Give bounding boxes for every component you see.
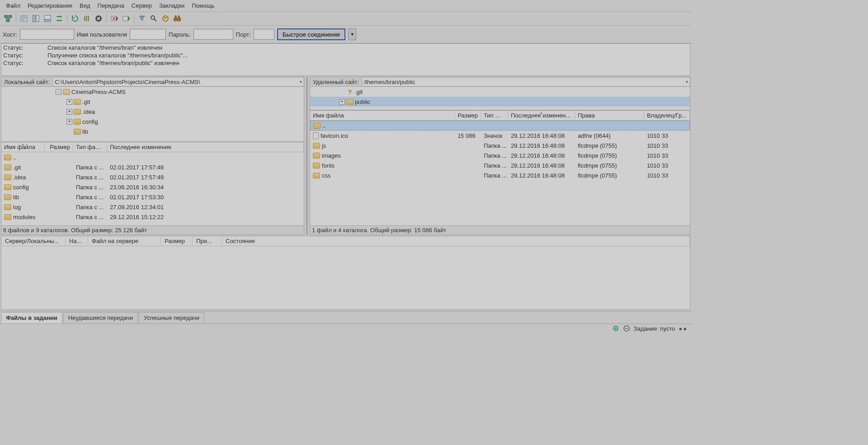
column-header[interactable]: Файл на сервере: [88, 236, 161, 246]
search-icon[interactable]: [148, 13, 159, 24]
disconnect-icon[interactable]: [109, 13, 120, 24]
cell: [481, 125, 509, 126]
file-row[interactable]: modulesПапка с ...29.12.2016 15:12:22: [1, 212, 304, 222]
tree-node[interactable]: +config: [1, 117, 304, 126]
tree-node-label: public: [355, 98, 370, 105]
toggle-queue-icon[interactable]: [42, 13, 53, 24]
sitemanager-icon[interactable]: [3, 13, 14, 24]
remote-tree[interactable]: ?.git+public: [310, 87, 690, 110]
message-log[interactable]: Статус:Список каталогов "/themes/bran" и…: [1, 43, 690, 76]
vertical-splitter[interactable]: [306, 77, 308, 235]
local-tree[interactable]: -CinemaPress-ACMS+.git+.idea+configlib: [1, 87, 304, 142]
host-input[interactable]: [20, 29, 74, 40]
file-row[interactable]: jsПапка ...29.12.2016 16:48:08flcdmpe (0…: [310, 141, 690, 150]
column-header[interactable]: Имя файла: [310, 111, 455, 120]
column-header[interactable]: Размер: [455, 111, 481, 120]
cell: [45, 197, 73, 197]
expand-icon[interactable]: +: [66, 109, 72, 115]
file-row[interactable]: ..: [1, 152, 304, 162]
cell: 1010 33: [644, 152, 690, 159]
remote-path-combo[interactable]: /themes/bran/public ▾: [362, 77, 690, 87]
toggle-tree-icon[interactable]: [30, 13, 41, 24]
log-message: Список каталогов "/themes/bran/public" и…: [46, 59, 690, 67]
file-row[interactable]: ..: [310, 121, 690, 131]
password-input[interactable]: [193, 29, 233, 40]
tree-node[interactable]: lib: [1, 126, 304, 136]
menu-помощь[interactable]: Помощь: [189, 1, 217, 10]
tree-node[interactable]: -CinemaPress-ACMS: [1, 87, 304, 97]
file-row[interactable]: logПапка с ...27.09.2016 12:34:01: [1, 202, 304, 212]
file-row[interactable]: configПапка с ...23.06.2016 16:30:34: [1, 182, 304, 192]
menu-файл[interactable]: Файл: [3, 1, 24, 10]
column-header[interactable]: При...: [193, 236, 222, 246]
column-header[interactable]: Тип файла: [73, 142, 107, 152]
binoculars-icon[interactable]: [172, 13, 183, 24]
column-header[interactable]: Размер: [161, 236, 193, 246]
column-header[interactable]: Имя файла▴: [1, 142, 45, 152]
queue-empty-icon[interactable]: [623, 325, 630, 332]
expand-icon[interactable]: +: [66, 99, 72, 105]
column-header[interactable]: Сервер/Локальны...: [1, 236, 66, 246]
file-row[interactable]: imagesПапка ...29.12.2016 16:48:08flcdmp…: [310, 150, 690, 160]
reconnect-icon[interactable]: [121, 13, 132, 24]
menu-вид[interactable]: Вид: [76, 1, 94, 10]
svg-rect-14: [175, 16, 176, 18]
collapse-icon[interactable]: -: [56, 89, 61, 95]
queue-tab[interactable]: Успешные передачи: [139, 312, 204, 323]
expand-icon[interactable]: +: [66, 119, 72, 125]
queue-tab[interactable]: Неудавшиеся передачи: [63, 312, 138, 323]
column-header[interactable]: Владелец/Гр...: [644, 111, 690, 120]
folder-icon: [313, 123, 321, 129]
process-queue-icon[interactable]: [81, 13, 92, 24]
cancel-icon[interactable]: [93, 13, 104, 24]
local-filelist[interactable]: Имя файла▴РазмерТип файлаПоследнее измен…: [1, 142, 304, 226]
tree-node[interactable]: ?.git: [310, 87, 690, 97]
transfer-queue[interactable]: Сервер/Локальны...Нап...Файл на сервереР…: [1, 236, 690, 310]
column-header[interactable]: Размер: [45, 142, 73, 152]
column-header[interactable]: Последнее изменение: [107, 142, 304, 152]
column-header[interactable]: Тип фа...: [481, 111, 508, 120]
sync-browse-icon[interactable]: [54, 13, 65, 24]
username-input[interactable]: [130, 29, 166, 40]
column-header[interactable]: Состояние: [222, 236, 690, 246]
file-row[interactable]: fontsПапка ...29.12.2016 16:48:08flcdmpe…: [310, 160, 690, 170]
menu-передача[interactable]: Передача: [94, 1, 127, 10]
file-row[interactable]: cssПапка ...29.12.2016 16:48:08flcdmpe (…: [310, 170, 690, 180]
port-input[interactable]: [254, 29, 274, 40]
folder-icon: [4, 184, 11, 190]
menu-сервер[interactable]: Сервер: [128, 1, 155, 10]
queue-tab[interactable]: Файлы в задании: [1, 312, 62, 323]
local-path-combo[interactable]: C:\Users\Anton\PhpstormProjects\CinemaPr…: [53, 77, 304, 87]
cell: Папка ...: [481, 172, 508, 179]
remote-path-label: Удаленный сайт:: [310, 77, 362, 87]
toolbar-separator: [67, 14, 67, 23]
menu-редактирование[interactable]: Редактирование: [24, 1, 75, 10]
column-header[interactable]: Последнее изменен...▴: [508, 111, 575, 120]
tree-node-label: .git: [355, 89, 363, 95]
column-header[interactable]: Права: [575, 111, 644, 120]
tree-node[interactable]: +.idea: [1, 107, 304, 117]
quickconnect-button[interactable]: Быстрое соединение: [277, 28, 345, 40]
quickconnect-dropdown[interactable]: ▼: [348, 28, 356, 40]
filter-icon[interactable]: [137, 13, 147, 24]
file-row[interactable]: .ideaПапка с ...02.01.2017 17:57:49: [1, 172, 304, 182]
file-row[interactable]: favicon.ico15 086Значок29.12.2016 16:48:…: [310, 131, 690, 141]
cell: [455, 175, 481, 176]
tree-node[interactable]: +.git: [1, 97, 304, 107]
refresh-icon[interactable]: [70, 13, 80, 24]
tree-spacer: [66, 129, 72, 135]
toggle-log-icon[interactable]: [19, 13, 29, 24]
remote-filelist[interactable]: Имя файлаРазмерТип фа...Последнее измене…: [310, 110, 690, 226]
gear-icon[interactable]: [612, 325, 619, 332]
tree-node[interactable]: +public: [310, 97, 690, 107]
file-row[interactable]: .gitПапка с ...02.01.2017 17:57:46: [1, 162, 304, 172]
menu-закладки[interactable]: Закладки: [156, 1, 188, 10]
toolbar-separator: [16, 14, 16, 23]
expand-icon[interactable]: +: [339, 99, 345, 105]
folder-icon: [74, 119, 81, 125]
cell-name: lib: [1, 193, 45, 201]
local-filelist-header: Имя файла▴РазмерТип файлаПоследнее измен…: [1, 142, 304, 152]
file-row[interactable]: libПапка с ...02.01.2017 17:53:30: [1, 192, 304, 202]
compare-icon[interactable]: [160, 13, 171, 24]
column-header[interactable]: Нап...: [66, 236, 88, 246]
